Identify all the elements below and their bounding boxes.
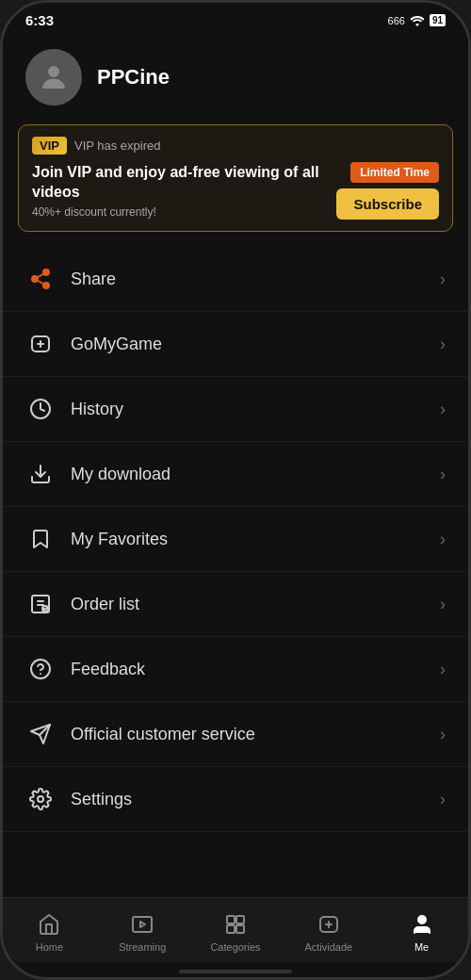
- categories-icon: [224, 913, 247, 936]
- nav-item-categories[interactable]: Categories: [189, 907, 283, 956]
- download-icon-container: [25, 459, 56, 489]
- svg-rect-24: [236, 925, 244, 933]
- game-icon-container: [25, 329, 56, 359]
- menu-item-official-customer-service[interactable]: Official customer service ›: [3, 702, 468, 767]
- profile-name: PPCine: [97, 65, 170, 90]
- home-nav-icon: [36, 911, 62, 938]
- home-indicator: [179, 970, 292, 973]
- chevron-gomygame: ›: [440, 335, 446, 354]
- menu-label-my-download: My download: [71, 465, 440, 484]
- clock-icon-container: [25, 394, 56, 424]
- menu-label-official-customer-service: Official customer service: [71, 725, 440, 744]
- vip-banner-body: Join VIP and enjoy ad-free viewing of al…: [32, 162, 439, 220]
- actividade-icon: [317, 913, 340, 936]
- chevron-feedback: ›: [440, 660, 446, 679]
- chevron-my-favorites: ›: [440, 530, 446, 549]
- menu-item-my-download[interactable]: My download ›: [3, 442, 468, 507]
- vip-banner-subtitle: 40%+ discount currently!: [32, 205, 325, 219]
- limited-time-button[interactable]: Limited Time: [350, 162, 439, 183]
- settings-icon: [29, 788, 52, 810]
- battery-level: 91: [432, 15, 443, 25]
- status-time: 6:33: [25, 12, 54, 28]
- nav-label-streaming: Streaming: [119, 941, 166, 953]
- menu-item-share[interactable]: Share ›: [3, 247, 468, 312]
- menu-item-my-favorites[interactable]: My Favorites ›: [3, 507, 468, 572]
- chevron-official-customer-service: ›: [440, 725, 446, 744]
- phone-frame: 6:33 666 91 PPCine VIP VIP has expi: [0, 0, 471, 980]
- menu-list: Share › GoMyGame ›: [3, 247, 468, 897]
- bookmark-icon-container: [25, 524, 56, 554]
- svg-marker-20: [140, 922, 145, 927]
- me-icon: [411, 913, 433, 936]
- svg-rect-19: [133, 917, 152, 932]
- svg-rect-23: [227, 925, 235, 933]
- vip-banner-left: Join VIP and enjoy ad-free viewing of al…: [32, 163, 325, 220]
- svg-point-27: [418, 916, 426, 923]
- menu-label-order-list: Order list: [71, 595, 440, 614]
- actividade-nav-icon: [316, 911, 342, 938]
- menu-item-feedback[interactable]: Feedback ›: [3, 637, 468, 702]
- svg-line-4: [38, 281, 44, 285]
- menu-label-gomygame: GoMyGame: [71, 335, 440, 354]
- svg-point-0: [48, 66, 59, 77]
- nav-item-home[interactable]: Home: [3, 907, 96, 956]
- categories-nav-icon: [222, 911, 249, 938]
- svg-rect-22: [236, 916, 244, 923]
- streaming-nav-icon: [129, 911, 155, 938]
- svg-line-5: [38, 274, 44, 278]
- menu-label-history: History: [71, 400, 440, 419]
- chevron-order-list: ›: [440, 595, 446, 614]
- nav-item-actividade[interactable]: Actividade: [282, 907, 375, 956]
- send-icon: [29, 723, 52, 745]
- nav-label-actividade: Actividade: [304, 941, 352, 953]
- chevron-settings: ›: [440, 790, 446, 809]
- clock-icon: [29, 398, 52, 420]
- menu-label-my-favorites: My Favorites: [71, 530, 440, 549]
- nav-label-home: Home: [36, 941, 63, 953]
- subscribe-button[interactable]: Subscribe: [336, 188, 439, 220]
- avatar-icon: [37, 60, 71, 94]
- game-icon: [29, 333, 52, 355]
- status-icons: 666 91: [388, 14, 446, 26]
- vip-tag: VIP: [32, 137, 67, 155]
- nav-item-me[interactable]: Me: [375, 907, 468, 956]
- bottom-nav: Home Streaming Categories: [3, 897, 468, 962]
- menu-label-share: Share: [71, 270, 440, 289]
- vip-banner-right: Limited Time Subscribe: [336, 162, 439, 220]
- menu-item-history[interactable]: History ›: [3, 377, 468, 442]
- profile-section: PPCine: [3, 34, 468, 117]
- main-content: PPCine VIP VIP has expired Join VIP and …: [3, 34, 468, 897]
- settings-icon-container: [25, 784, 56, 814]
- vip-tag-row: VIP VIP has expired: [32, 137, 439, 155]
- svg-point-18: [38, 796, 43, 802]
- vip-expired-text: VIP has expired: [74, 139, 161, 153]
- status-bar: 6:33 666 91: [3, 3, 468, 34]
- menu-label-feedback: Feedback: [71, 660, 440, 679]
- share-icon: [29, 268, 52, 290]
- chevron-share: ›: [440, 270, 446, 289]
- avatar: [25, 49, 82, 106]
- wifi-icon: [410, 15, 425, 26]
- streaming-icon: [131, 913, 154, 936]
- vip-banner[interactable]: VIP VIP has expired Join VIP and enjoy a…: [18, 124, 453, 232]
- chevron-history: ›: [440, 400, 446, 419]
- order-icon-container: [25, 589, 56, 619]
- help-icon: [29, 658, 52, 680]
- home-icon: [38, 913, 60, 936]
- nav-label-categories: Categories: [210, 941, 260, 953]
- menu-item-gomygame[interactable]: GoMyGame ›: [3, 312, 468, 377]
- vip-banner-title: Join VIP and enjoy ad-free viewing of al…: [32, 163, 325, 203]
- share-icon-container: [25, 264, 56, 294]
- menu-item-order-list[interactable]: Order list ›: [3, 572, 468, 637]
- nav-label-me: Me: [414, 941, 429, 953]
- chevron-my-download: ›: [440, 465, 446, 484]
- svg-rect-21: [227, 916, 235, 923]
- help-icon-container: [25, 654, 56, 684]
- send-icon-container: [25, 719, 56, 749]
- nav-item-streaming[interactable]: Streaming: [96, 907, 189, 956]
- menu-item-settings[interactable]: Settings ›: [3, 767, 468, 832]
- download-icon: [29, 463, 52, 485]
- signal-text: 666: [388, 15, 405, 26]
- battery-icon: 91: [430, 14, 446, 26]
- bookmark-icon: [29, 528, 52, 550]
